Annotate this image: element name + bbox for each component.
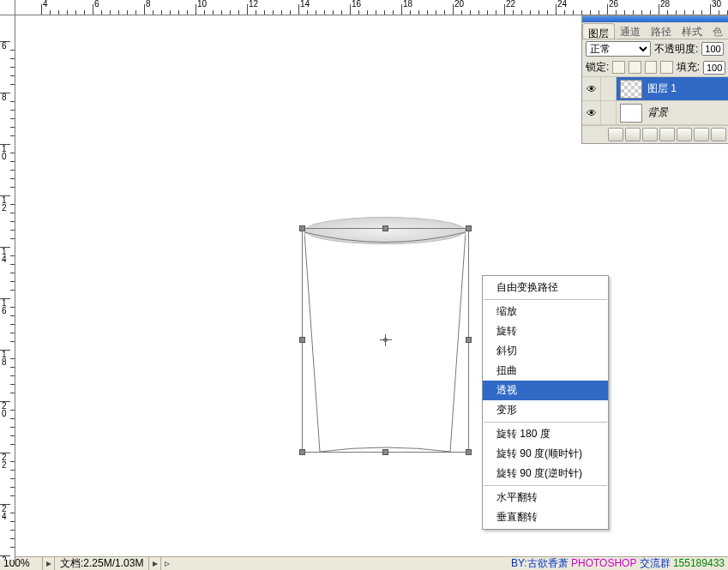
ctx-sep xyxy=(484,422,607,423)
panel-titlebar[interactable] xyxy=(582,16,728,22)
status-play-icon[interactable]: ▹ xyxy=(161,557,173,570)
ctx-item[interactable]: 扭曲 xyxy=(483,361,608,381)
opacity-label: 不透明度: xyxy=(654,42,698,57)
ctx-item[interactable]: 旋转 180 度 xyxy=(483,424,608,444)
ctx-sep xyxy=(484,299,607,300)
transform-handle-br[interactable] xyxy=(466,449,472,455)
transform-handle-bm[interactable] xyxy=(382,449,388,455)
visibility-eye-icon[interactable]: 👁 xyxy=(582,77,601,100)
lock-position-icon[interactable] xyxy=(645,61,658,74)
fill-label: 填充: xyxy=(677,60,700,75)
ctx-item[interactable]: 旋转 xyxy=(483,321,608,341)
layer-row[interactable]: 👁图层 1 xyxy=(582,77,728,101)
ctx-item[interactable]: 水平翻转 xyxy=(483,488,608,507)
transform-handle-tr[interactable] xyxy=(466,225,472,231)
transform-anchor[interactable] xyxy=(380,334,392,346)
layer-style-icon[interactable] xyxy=(625,128,641,141)
credit-num: 155189433 xyxy=(673,557,725,569)
credit-text: BY:古欲香萧 PHOTOSHOP 交流群 155189433 xyxy=(511,556,728,570)
ctx-item[interactable]: 变形 xyxy=(483,400,608,420)
ctx-item[interactable]: 旋转 90 度(逆时针) xyxy=(483,464,608,483)
panel-tab[interactable]: 通道 xyxy=(615,22,646,39)
layer-link-cell[interactable] xyxy=(601,101,617,124)
fill-input[interactable] xyxy=(703,61,725,75)
status-bar: 100% ▸ 文档:2.25M/1.03M ▸ ▹ BY:古欲香萧 PHOTOS… xyxy=(0,556,728,570)
panel-tab[interactable]: 样式 xyxy=(677,22,707,39)
status-arrow-icon[interactable]: ▸ xyxy=(43,557,55,570)
ruler-vertical[interactable]: 681 01 21 41 61 82 02 22 42 6 xyxy=(0,15,15,560)
adjustment-layer-icon[interactable] xyxy=(659,128,675,141)
ruler-corner xyxy=(0,0,15,15)
layer-mask-icon[interactable] xyxy=(642,128,658,141)
layer-thumbnail[interactable] xyxy=(620,104,642,123)
lock-label: 锁定: xyxy=(586,60,609,75)
credit-by: BY: xyxy=(511,557,527,569)
new-layer-icon[interactable] xyxy=(694,128,709,141)
ctx-item[interactable]: 透视 xyxy=(483,381,608,400)
blend-opacity-row: 正常 不透明度: xyxy=(582,39,728,58)
lock-image-icon[interactable] xyxy=(629,61,641,74)
ctx-sep xyxy=(484,485,607,486)
transform-bounding-box[interactable] xyxy=(302,228,469,453)
doc-value: 2.25M/1.03M xyxy=(83,557,143,569)
context-menu: 自由变换路径 缩放旋转斜切扭曲透视变形 旋转 180 度旋转 90 度(顺时针)… xyxy=(482,275,609,530)
panel-tab[interactable]: 路径 xyxy=(646,22,677,39)
layers-list: 👁图层 1👁背景 xyxy=(582,77,728,125)
credit-group: 交流群 xyxy=(640,557,671,569)
transform-handle-mr[interactable] xyxy=(466,337,472,343)
ctx-item[interactable]: 垂直翻转 xyxy=(483,507,608,527)
layer-group-icon[interactable] xyxy=(677,128,692,141)
transform-handle-ml[interactable] xyxy=(299,337,305,343)
lock-fill-row: 锁定: 填充: xyxy=(582,58,728,77)
ruler-horizontal[interactable]: 4681012141618202224262830 xyxy=(15,0,728,15)
ctx-free-transform-path[interactable]: 自由变换路径 xyxy=(483,278,608,297)
panel-tabs: 图层通道路径样式色 xyxy=(582,22,728,39)
doc-label: 文档: xyxy=(60,557,83,569)
lock-transparent-icon[interactable] xyxy=(612,61,625,74)
layers-buttons xyxy=(582,125,728,143)
transform-handle-bl[interactable] xyxy=(299,449,305,455)
ctx-item[interactable]: 斜切 xyxy=(483,341,608,361)
credit-author: 古欲香萧 xyxy=(527,557,569,569)
blend-mode-select[interactable]: 正常 xyxy=(586,41,651,57)
transform-handle-tm[interactable] xyxy=(382,225,388,231)
ctx-item[interactable]: 旋转 90 度(顺时针) xyxy=(483,444,608,464)
layer-row[interactable]: 👁背景 xyxy=(582,101,728,125)
panel-tab[interactable]: 色 xyxy=(707,22,728,39)
link-layers-icon[interactable] xyxy=(608,128,623,141)
layers-panel[interactable]: 图层通道路径样式色 正常 不透明度: 锁定: 填充: 👁图层 1👁背景 xyxy=(581,15,728,144)
panel-tab[interactable]: 图层 xyxy=(582,23,615,39)
credit-app: PHOTOSHOP xyxy=(571,557,640,569)
status-arrow2-icon[interactable]: ▸ xyxy=(149,557,161,570)
transform-handle-tl[interactable] xyxy=(299,225,305,231)
visibility-eye-icon[interactable]: 👁 xyxy=(582,101,601,124)
opacity-input[interactable] xyxy=(701,42,724,56)
ctx-item[interactable]: 缩放 xyxy=(483,302,608,321)
layer-name[interactable]: 背景 xyxy=(646,105,668,120)
lock-all-icon[interactable] xyxy=(660,61,673,74)
delete-layer-icon[interactable] xyxy=(711,128,726,141)
doc-info[interactable]: 文档:2.25M/1.03M xyxy=(55,557,149,570)
layer-thumbnail[interactable] xyxy=(620,80,642,99)
layer-link-cell[interactable] xyxy=(601,77,617,100)
layer-name[interactable]: 图层 1 xyxy=(646,81,677,96)
